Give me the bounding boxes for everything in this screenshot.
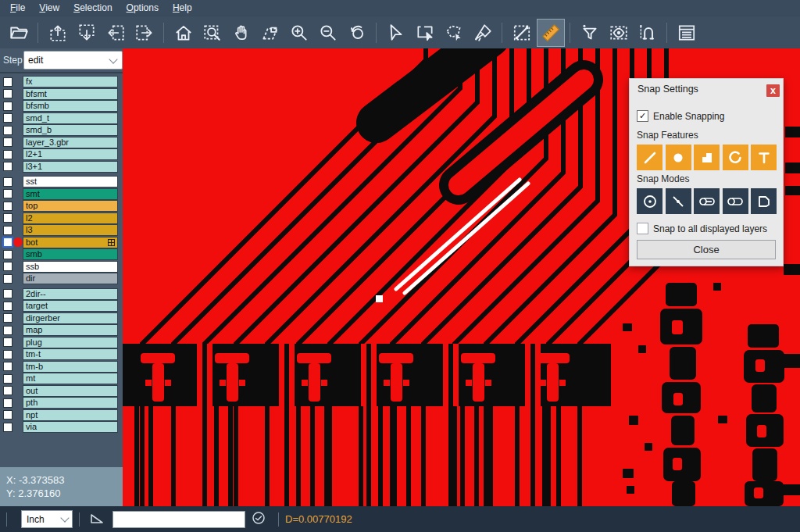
layer-row[interactable]: dir <box>0 273 123 284</box>
menu-options[interactable]: Options <box>120 1 166 15</box>
snap-mode-slot-button[interactable] <box>723 188 748 214</box>
layer-row[interactable]: target <box>0 300 123 312</box>
layer-visibility-checkbox[interactable] <box>3 237 12 247</box>
enable-snapping-checkbox[interactable]: ✓ <box>637 110 648 122</box>
layer-label[interactable]: plug <box>23 337 118 348</box>
view-options-button[interactable] <box>605 20 632 46</box>
layer-label[interactable]: smb <box>23 248 118 260</box>
layer-label[interactable]: tm-b <box>23 361 118 373</box>
layer-visibility-checkbox[interactable] <box>3 398 12 408</box>
layer-label[interactable]: dirgerber <box>23 312 118 324</box>
layer-label[interactable]: smt <box>23 188 118 200</box>
layer-row[interactable]: top <box>0 200 123 212</box>
snap-mode-vertex-button[interactable] <box>751 188 777 214</box>
layer-visibility-checkbox[interactable] <box>3 137 12 147</box>
layer-visibility-checkbox[interactable] <box>3 189 12 198</box>
layer-row[interactable]: smd_t <box>0 112 123 124</box>
layer-row[interactable]: l2 <box>0 212 123 224</box>
step-select[interactable]: edit <box>23 51 123 70</box>
select-polygon-button[interactable] <box>441 20 467 46</box>
layer-visibility-checkbox[interactable] <box>3 113 12 123</box>
layer-row[interactable]: smb <box>0 248 123 260</box>
layer-visibility-checkbox[interactable] <box>3 150 12 159</box>
menu-help[interactable]: Help <box>166 1 199 15</box>
enable-snapping-row[interactable]: ✓ Enable Snapping <box>637 110 776 122</box>
layer-row[interactable]: smt <box>0 188 123 200</box>
layer-label[interactable]: l2 <box>23 212 118 224</box>
snap-feature-line-button[interactable] <box>637 145 662 170</box>
layer-visibility-checkbox[interactable] <box>3 302 12 311</box>
snap-feature-circle-button[interactable] <box>666 145 691 170</box>
layer-visibility-checkbox[interactable] <box>3 274 12 284</box>
layer-label[interactable]: bfsmb <box>23 100 118 112</box>
menu-view[interactable]: View <box>32 1 66 15</box>
open-folder-button[interactable] <box>5 20 32 46</box>
layer-label[interactable]: out <box>23 385 118 397</box>
layer-label[interactable]: tm-t <box>23 348 118 360</box>
layer-label[interactable]: target <box>23 300 118 312</box>
layer-visibility-checkbox[interactable] <box>3 213 12 223</box>
layer-label[interactable]: l2+1 <box>23 148 118 160</box>
snap-magnet-button[interactable] <box>634 20 661 46</box>
layer-visibility-checkbox[interactable] <box>3 177 12 187</box>
unit-select[interactable]: Inch <box>21 510 73 528</box>
layer-label[interactable]: fx <box>23 76 118 87</box>
filter-button[interactable] <box>577 20 603 46</box>
measure-ruler-button[interactable] <box>538 20 564 46</box>
clear-brush-button[interactable] <box>470 20 496 46</box>
zoom-window-button[interactable] <box>199 20 226 46</box>
layer-row[interactable]: ssb <box>0 261 123 273</box>
layer-label[interactable]: top <box>23 200 118 212</box>
layer-row[interactable]: fx <box>0 76 123 87</box>
menu-selection[interactable]: Selection <box>66 1 119 15</box>
layer-label[interactable]: smd_b <box>23 124 118 136</box>
layer-row[interactable]: pth <box>0 397 123 409</box>
pan-hand-button[interactable] <box>228 20 255 46</box>
layer-label[interactable]: 2dir-- <box>23 288 118 300</box>
snap-all-layers-row[interactable]: Snap to all displayed layers <box>637 223 776 234</box>
layer-label[interactable]: dir <box>23 273 118 284</box>
layer-visibility-checkbox[interactable] <box>3 289 12 298</box>
layer-row[interactable]: out <box>0 385 123 397</box>
layer-visibility-checkbox[interactable] <box>3 326 12 335</box>
close-button[interactable]: Close <box>637 240 776 259</box>
layer-label[interactable]: ssb <box>23 261 118 273</box>
layer-visibility-checkbox[interactable] <box>3 362 12 371</box>
select-cursor-button[interactable] <box>383 20 409 46</box>
layer-label[interactable]: layer_3.gbr <box>23 137 118 148</box>
layer-label[interactable]: via <box>23 421 118 433</box>
layer-visibility-checkbox[interactable] <box>3 102 12 111</box>
snap-mode-midpoint-button[interactable] <box>666 188 691 214</box>
layer-label[interactable]: map <box>23 324 118 336</box>
layer-label[interactable]: l3 <box>23 224 118 236</box>
layer-row[interactable]: 2dir-- <box>0 288 123 300</box>
zoom-previous-button[interactable] <box>344 20 370 46</box>
layer-visibility-checkbox[interactable] <box>3 77 12 87</box>
pan-up-button[interactable] <box>45 20 71 46</box>
select-rectangle-button[interactable] <box>412 20 438 46</box>
layer-row[interactable]: layer_3.gbr <box>0 137 123 148</box>
layer-visibility-checkbox[interactable] <box>3 410 12 420</box>
layer-visibility-checkbox[interactable] <box>3 226 12 235</box>
layer-row[interactable]: dirgerber <box>0 312 123 324</box>
layer-row[interactable]: bfsmb <box>0 100 123 112</box>
layer-row[interactable]: sst <box>0 176 123 187</box>
layer-row[interactable]: l3 <box>0 224 123 236</box>
menu-file[interactable]: File <box>3 1 32 15</box>
layer-label[interactable]: l3+1 <box>23 161 118 173</box>
snap-mode-slot-axis-button[interactable] <box>694 188 720 214</box>
layer-visibility-checkbox[interactable] <box>3 126 12 135</box>
snap-feature-pad-button[interactable] <box>694 145 720 170</box>
layer-visibility-checkbox[interactable] <box>3 262 12 271</box>
layer-visibility-checkbox[interactable] <box>3 374 12 384</box>
layer-row[interactable]: l2+1 <box>0 148 123 160</box>
layer-visibility-checkbox[interactable] <box>3 313 12 323</box>
layer-visibility-checkbox[interactable] <box>3 89 12 98</box>
layer-visibility-checkbox[interactable] <box>3 350 12 359</box>
layer-row-active[interactable]: bot <box>0 237 123 248</box>
layer-row[interactable]: l3+1 <box>0 161 123 173</box>
layer-visibility-checkbox[interactable] <box>3 202 12 211</box>
pan-down-button[interactable] <box>73 20 100 46</box>
layer-label[interactable]: sst <box>23 176 118 187</box>
layer-row[interactable]: mt <box>0 373 123 384</box>
